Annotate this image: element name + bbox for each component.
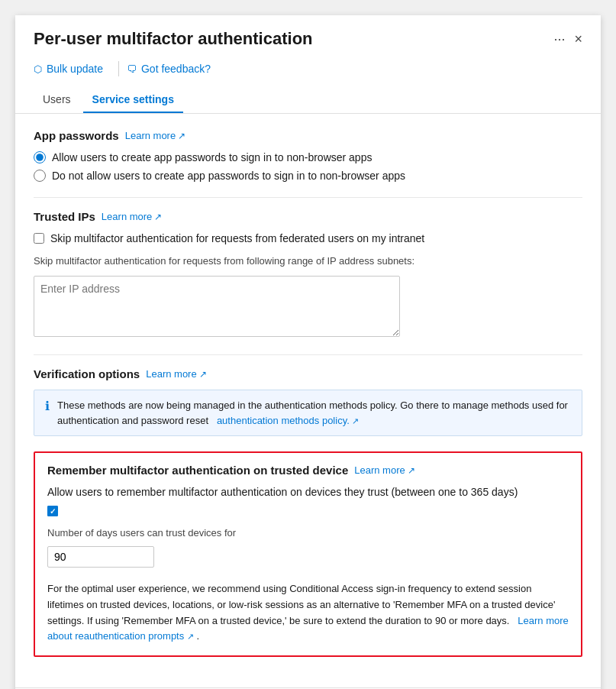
info-icon: ℹ	[45, 399, 50, 413]
radio-allow-input[interactable]	[34, 151, 46, 163]
got-feedback-button[interactable]: 🗨 Got feedback?	[127, 58, 218, 79]
toolbar: ⬡ Bulk update 🗨 Got feedback?	[34, 58, 582, 82]
title-icons: ··· ×	[553, 31, 582, 47]
external-link-icon-2: ↗	[154, 212, 162, 222]
ellipsis-icon[interactable]: ···	[553, 31, 565, 47]
panel-header: Per-user multifactor authentication ··· …	[15, 15, 601, 114]
verification-options-section: Verification options Learn more ↗ ℹ Thes…	[34, 367, 582, 436]
verification-info-text: These methods are now being managed in t…	[57, 398, 571, 428]
trusted-ips-title: Trusted IPs Learn more ↗	[34, 210, 582, 223]
remember-mfa-section: Remember multifactor authentication on t…	[34, 451, 582, 657]
main-panel: Per-user multifactor authentication ··· …	[15, 15, 601, 689]
app-passwords-learn-more[interactable]: Learn more ↗	[125, 130, 185, 141]
external-link-icon-6: ↗	[187, 632, 194, 641]
title-row: Per-user multifactor authentication ··· …	[34, 29, 582, 49]
panel-body: App passwords Learn more ↗ Allow users t…	[15, 114, 601, 687]
external-link-icon-5: ↗	[408, 465, 415, 476]
ip-address-input[interactable]	[34, 276, 400, 337]
remember-mfa-note: For the optimal user experience, we reco…	[47, 581, 569, 645]
divider-1	[34, 197, 582, 198]
bulk-update-icon: ⬡	[34, 63, 42, 75]
app-passwords-title: App passwords Learn more ↗	[34, 129, 582, 142]
got-feedback-label: Got feedback?	[141, 63, 211, 75]
days-label: Number of days users can trust devices f…	[47, 527, 569, 539]
external-link-icon-3: ↗	[199, 369, 207, 380]
federated-checkbox-input[interactable]	[34, 233, 44, 244]
trusted-ips-learn-more[interactable]: Learn more ↗	[102, 211, 162, 222]
app-passwords-radio-group: Allow users to create app passwords to s…	[34, 151, 582, 182]
remember-mfa-title: Remember multifactor authentication on t…	[47, 464, 569, 477]
tabs-row: Users Service settings	[34, 87, 582, 113]
days-input[interactable]	[47, 546, 154, 568]
radio-disallow-app-passwords[interactable]: Do not allow users to create app passwor…	[34, 170, 582, 182]
panel-title: Per-user multifactor authentication	[34, 29, 553, 49]
verification-options-title: Verification options Learn more ↗	[34, 367, 582, 380]
toolbar-divider	[118, 61, 119, 76]
verification-info-box: ℹ These methods are now being managed in…	[34, 390, 582, 436]
ip-address-group: Skip multifactor authentication for requ…	[34, 255, 582, 339]
tab-users[interactable]: Users	[34, 87, 80, 113]
app-passwords-section: App passwords Learn more ↗ Allow users t…	[34, 129, 582, 182]
remember-mfa-checked-icon[interactable]	[47, 506, 58, 516]
bulk-update-label: Bulk update	[47, 63, 103, 75]
remember-mfa-learn-more[interactable]: Learn more ↗	[354, 464, 414, 476]
federated-users-checkbox[interactable]: Skip multifactor authentication for requ…	[34, 232, 582, 244]
radio-disallow-input[interactable]	[34, 170, 46, 182]
trusted-ips-section: Trusted IPs Learn more ↗ Skip multifacto…	[34, 210, 582, 339]
feedback-icon: 🗨	[127, 63, 137, 75]
external-link-icon: ↗	[178, 131, 185, 141]
close-icon[interactable]: ×	[574, 31, 582, 47]
days-group: Number of days users can trust devices f…	[47, 527, 569, 575]
ip-address-label: Skip multifactor authentication for requ…	[34, 255, 582, 267]
auth-methods-policy-link[interactable]: authentication methods policy. ↗	[214, 415, 359, 426]
bulk-update-button[interactable]: ⬡ Bulk update	[34, 58, 111, 79]
allow-remember-label: Allow users to remember multifactor auth…	[47, 486, 569, 498]
external-link-icon-4: ↗	[352, 416, 359, 425]
verification-options-learn-more[interactable]: Learn more ↗	[146, 368, 206, 380]
divider-2	[34, 354, 582, 355]
remember-mfa-checkbox[interactable]	[47, 506, 569, 516]
tab-service-settings[interactable]: Service settings	[83, 87, 183, 113]
radio-allow-app-passwords[interactable]: Allow users to create app passwords to s…	[34, 151, 582, 163]
